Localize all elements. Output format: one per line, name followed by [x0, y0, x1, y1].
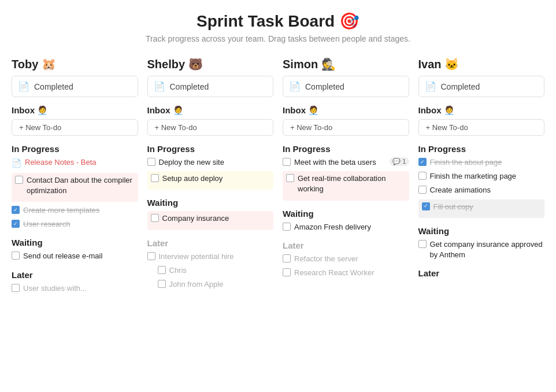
section-0-1: WaitingSend out release e-mail	[12, 238, 138, 261]
doc-icon: 📄	[425, 81, 436, 92]
red-doc-icon: 📄	[12, 158, 21, 169]
task-item-1-0-0[interactable]: Deploy the new site	[147, 157, 274, 168]
task-item-2-2-1[interactable]: Research React Worker	[283, 268, 409, 278]
task-checkbox-3-0-3[interactable]	[422, 202, 430, 210]
section-3-1: WaitingGet company insurance approved by…	[418, 226, 545, 260]
section-header-2-1: Waiting	[283, 209, 409, 219]
column-0: Toby 🐹📄CompletedInbox 🧑‍💼+ New To-doIn P…	[12, 57, 138, 302]
person-name-1: Shelby 🐻	[147, 57, 274, 71]
task-item-0-0-3[interactable]: User research	[12, 219, 138, 230]
section-1-1: WaitingCompany insurance	[147, 198, 274, 230]
task-checkbox-2-0-1[interactable]	[286, 174, 294, 182]
task-checkbox-0-1-0[interactable]	[12, 252, 20, 260]
task-checkbox-0-0-2[interactable]	[12, 206, 20, 214]
task-item-0-2-0[interactable]: User studies with...	[12, 283, 138, 294]
task-text-1-2-2: John from Apple	[169, 279, 274, 290]
task-item-3-0-0[interactable]: Finish the about page	[418, 157, 545, 168]
task-checkbox-2-1-0[interactable]	[283, 223, 291, 231]
task-text-3-0-3: Fill out copy	[433, 202, 542, 212]
task-checkbox-1-0-1[interactable]	[151, 174, 159, 182]
task-text-1-0-1: Setup auto deploy	[162, 173, 270, 184]
task-item-1-0-1[interactable]: Setup auto deploy	[151, 173, 270, 184]
task-item-1-2-1[interactable]: Chris	[158, 265, 274, 276]
task-item-3-0-3[interactable]: Fill out copy	[422, 202, 542, 212]
section-header-2-0: In Progress	[283, 144, 409, 154]
completed-label: Completed	[305, 82, 344, 91]
person-name-3: Ivan 🐱	[418, 57, 545, 71]
task-item-2-2-0[interactable]: Refactor the server	[283, 254, 409, 264]
column-1: Shelby 🐻📄CompletedInbox 🧑‍💼+ New To-doIn…	[147, 57, 274, 302]
new-todo-button-3[interactable]: + New To-do	[418, 119, 545, 136]
page-header: Sprint Task Board 🎯 Track progress acros…	[12, 12, 544, 43]
section-header-1-2: Later	[147, 238, 274, 248]
task-checkbox-1-2-0[interactable]	[147, 252, 155, 260]
completed-label: Completed	[170, 82, 209, 91]
board: Toby 🐹📄CompletedInbox 🧑‍💼+ New To-doIn P…	[12, 57, 544, 302]
task-checkbox-3-0-0[interactable]	[418, 158, 427, 166]
task-item-0-0-2[interactable]: Create more templates	[12, 205, 138, 216]
section-2-0: In ProgressMeet with the beta users💬 1Ge…	[283, 144, 409, 201]
task-checkbox-0-2-0[interactable]	[12, 284, 20, 292]
task-text-3-0-2: Create animations	[430, 185, 545, 195]
page-title: Sprint Task Board 🎯	[12, 12, 544, 31]
task-checkbox-1-0-0[interactable]	[147, 158, 155, 166]
task-item-3-1-0[interactable]: Get company insurance approved by Anthem	[418, 239, 545, 260]
inbox-header-3: Inbox 🧑‍💼	[418, 105, 545, 116]
section-0-0: In Progress📄Release Notes - BetaContact …	[12, 144, 138, 230]
completed-label: Completed	[34, 82, 73, 91]
person-name-0: Toby 🐹	[12, 57, 138, 71]
task-checkbox-2-2-0[interactable]	[283, 254, 291, 262]
new-todo-button-1[interactable]: + New To-do	[147, 119, 274, 136]
person-name-2: Simon 🕵️	[283, 57, 409, 71]
completed-card-0[interactable]: 📄Completed	[12, 76, 138, 97]
doc-icon: 📄	[154, 81, 165, 92]
completed-card-2[interactable]: 📄Completed	[283, 76, 409, 97]
task-checkbox-0-0-1[interactable]	[15, 176, 23, 184]
task-badge-2-0-0: 💬 1	[390, 157, 409, 166]
task-checkbox-2-2-1[interactable]	[283, 268, 291, 276]
inbox-header-1: Inbox 🧑‍💼	[147, 105, 274, 116]
task-item-2-1-0[interactable]: Amazon Fresh delivery	[283, 222, 409, 232]
task-text-2-2-0: Refactor the server	[294, 254, 409, 264]
task-text-0-2-0: User studies with...	[23, 283, 138, 294]
section-header-3-0: In Progress	[418, 144, 545, 154]
task-checkbox-1-2-1[interactable]	[158, 266, 166, 274]
section-header-3-2: Later	[418, 268, 545, 278]
task-item-0-1-0[interactable]: Send out release e-mail	[12, 251, 138, 261]
section-3-0: In ProgressFinish the about pageFinish t…	[418, 144, 545, 218]
task-item-1-1-0[interactable]: Company insurance	[151, 213, 270, 224]
task-checkbox-3-1-0[interactable]	[418, 240, 427, 248]
section-2-2: LaterRefactor the serverResearch React W…	[283, 241, 409, 278]
task-checkbox-0-0-3[interactable]	[12, 220, 20, 228]
task-text-1-1-0: Company insurance	[162, 213, 270, 224]
column-2: Simon 🕵️📄CompletedInbox 🧑‍💼+ New To-doIn…	[283, 57, 409, 302]
section-header-0-1: Waiting	[12, 238, 138, 247]
task-item-2-0-0[interactable]: Meet with the beta users💬 1	[283, 157, 409, 168]
task-checkbox-1-1-0[interactable]	[151, 214, 159, 222]
task-checkbox-3-0-2[interactable]	[418, 186, 427, 194]
task-text-0-0-3: User research	[23, 219, 138, 230]
task-item-0-0-0[interactable]: 📄Release Notes - Beta	[12, 157, 138, 169]
task-checkbox-1-2-2[interactable]	[158, 280, 166, 288]
completed-card-3[interactable]: 📄Completed	[418, 76, 545, 97]
task-text-3-0-0: Finish the about page	[430, 157, 545, 168]
task-item-2-0-1[interactable]: Get real-time collaboration working	[286, 173, 406, 194]
task-text-2-2-1: Research React Worker	[294, 268, 409, 278]
new-todo-button-0[interactable]: + New To-do	[12, 119, 138, 136]
task-item-0-0-1[interactable]: Contact Dan about the compiler optimizat…	[15, 175, 135, 196]
task-text-3-1-0: Get company insurance approved by Anthem	[430, 239, 545, 260]
task-text-1-2-0: Interview potential hire	[159, 252, 274, 262]
task-item-1-2-0[interactable]: Interview potential hire	[147, 252, 274, 262]
section-header-0-0: In Progress	[12, 144, 138, 154]
task-item-1-2-2[interactable]: John from Apple	[158, 279, 274, 290]
section-header-1-0: In Progress	[147, 144, 274, 154]
completed-card-1[interactable]: 📄Completed	[147, 76, 274, 97]
task-checkbox-3-0-1[interactable]	[418, 172, 427, 180]
task-item-3-0-1[interactable]: Finish the marketing page	[418, 171, 545, 182]
task-checkbox-2-0-0[interactable]	[283, 158, 291, 166]
doc-icon: 📄	[289, 81, 301, 92]
task-item-3-0-2[interactable]: Create animations	[418, 185, 545, 195]
new-todo-button-2[interactable]: + New To-do	[283, 119, 409, 136]
task-text-0-0-2: Create more templates	[23, 205, 138, 216]
task-text-2-1-0: Amazon Fresh delivery	[294, 222, 409, 232]
